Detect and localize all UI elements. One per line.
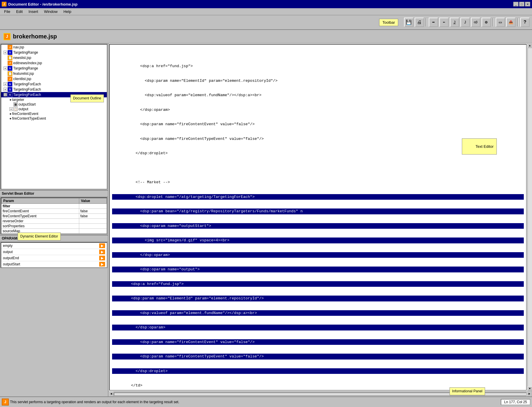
oparam-arrow-outputend[interactable]: ▶ (99, 256, 105, 260)
forward-button[interactable]: ➡ (429, 18, 438, 27)
help-button[interactable]: ? (520, 18, 530, 27)
oparam-arrow-output[interactable]: ▶ (99, 250, 105, 254)
param-name-filter: filter (1, 204, 79, 209)
code-line-15: <dsp:oparam name="output"> (112, 267, 524, 272)
tree-item-featurelist[interactable]: + 📄 featurelist.jsp (1, 71, 107, 76)
tree-label-targeting2: TargetingRange (13, 66, 38, 70)
menu-insert[interactable]: Insert (26, 9, 40, 14)
tree-item-newslist[interactable]: + 📄 newslist.jsp (1, 55, 107, 60)
tree-label-featurelist: featurelist.jsp (13, 72, 34, 76)
tree-item-nav[interactable]: + J nav.jsp (1, 45, 107, 50)
tree-label-foreach2: TargetingForEach (13, 87, 41, 91)
toolbar-area: Toolbar 💾 🖨 ➡ ⬅ J J αβ ⊕ ▭ 📤 ? (0, 15, 532, 30)
expand-plus-1[interactable]: + (4, 51, 7, 54)
oparam-outputend[interactable]: outputEnd ▶ (1, 255, 107, 261)
tree-item-targeting1[interactable]: + S TargetingRange (1, 50, 107, 55)
s-icon-4: S (8, 87, 12, 92)
title-text: Document Editor - /en/brokerhome.jsp (8, 2, 77, 6)
param-value-sourcemap[interactable] (79, 229, 107, 234)
menu-file[interactable]: File (2, 9, 13, 14)
expand-plus-4[interactable]: + (4, 88, 7, 91)
plus-button[interactable]: ⊕ (482, 18, 491, 27)
tree-item-firecontenttype[interactable]: ● fireContentTypeEvent (1, 116, 107, 121)
export-button[interactable]: 📤 (506, 18, 516, 27)
param-row-firecontent[interactable]: fireContentEvent false (1, 209, 107, 214)
expand-plus-5[interactable]: + (9, 107, 13, 111)
menu-help[interactable]: Help (61, 9, 74, 14)
param-value-firecontent[interactable]: false (79, 209, 107, 214)
status-bar: J This servlet performs a targeting oper… (0, 396, 532, 407)
editor-vscrollbar[interactable]: ▲ ▼ (527, 43, 532, 391)
param-value-sortprops[interactable] (79, 224, 107, 229)
hscroll-right-button[interactable]: ► (527, 391, 532, 397)
oparam-output[interactable]: output ▶ (1, 249, 107, 255)
j-button-1[interactable]: J (450, 18, 459, 27)
code-line-9: <!-- Market --> (112, 179, 524, 185)
servlet-bean-editor: Servlet Bean Editor Param Value filter (0, 190, 108, 235)
code-line-5: <dsp:param name="fireContentEvent" value… (112, 121, 524, 127)
grid-icon-outputstart: ▦ (13, 102, 18, 106)
menu-window[interactable]: Window (42, 9, 60, 14)
save-button[interactable]: 💾 (404, 18, 413, 27)
oparam-label-outputend: outputEnd (3, 256, 19, 260)
editor-with-vscroll: <dsp:a href="fund.jsp"> <dsp:param name=… (109, 43, 532, 391)
tree-item-outputstart[interactable]: + ▦ outputStart (1, 102, 107, 107)
tree-item-foreach2[interactable]: + S TargetingForEach (1, 87, 107, 92)
j-button-2[interactable]: J (460, 18, 470, 27)
close-button[interactable]: ✕ (525, 2, 530, 6)
oparam-arrow-outputstart[interactable]: ▶ (99, 262, 105, 267)
status-position: Ln 177, Col 25 (501, 399, 530, 405)
document-outline-tooltip: Document Outline (70, 94, 104, 102)
param-row-reverseorder[interactable]: reverseOrder (1, 219, 107, 224)
bullet-icon-firecontenttype: ● (9, 116, 11, 121)
tree-item-output[interactable]: + 📋 output (1, 107, 107, 111)
vscroll-up-button[interactable]: ▲ (528, 43, 532, 48)
tree-item-editnews[interactable]: + J editnews/index.jsp (1, 60, 107, 66)
param-row-firecontenttype[interactable]: fireContentTypeEvent false (1, 214, 107, 219)
tree-label-editnews: editnews/index.jsp (13, 61, 42, 65)
param-row-sortprops[interactable]: sortProperties (1, 224, 107, 229)
panel-button[interactable]: ▭ (496, 18, 505, 27)
print-button[interactable]: 🖨 (415, 18, 424, 27)
param-table: Param Value filter fireContentEvent fals… (1, 198, 107, 234)
code-line-18: <dsp:valueof param="element.fundName"/><… (112, 310, 524, 316)
code-line-4: </dsp:oparam> (112, 107, 524, 113)
code-line-14: </dsp:oparam> (112, 252, 524, 258)
code-line-12: <dsp:oparam name="outputStart"> (112, 223, 524, 229)
status-icon: J (2, 398, 9, 406)
menu-edit[interactable]: Edit (14, 9, 25, 14)
hscroll-left-button[interactable]: ◄ (109, 391, 114, 397)
tree-item-targeting2[interactable]: + S TargetingRange (1, 66, 107, 71)
tree-label-output: output (18, 107, 28, 111)
param-value-filter[interactable] (79, 204, 107, 209)
alpha-button[interactable]: αβ (471, 18, 480, 27)
text-editor-tooltip: Text Editor (462, 138, 497, 155)
oparam-empty[interactable]: empty ▶ (1, 243, 107, 249)
title-bar-left: J Document Editor - /en/brokerhome.jsp (2, 2, 77, 6)
tree-item-clientlist[interactable]: + J clientlist.jsp (1, 76, 107, 82)
param-value-firecontenttype[interactable]: false (79, 214, 107, 219)
vscroll-down-button[interactable]: ▼ (528, 386, 532, 391)
oparam-arrow-empty[interactable]: ▶ (99, 243, 105, 248)
expand-plus-3[interactable]: + (4, 82, 7, 86)
tree-label-nav: nav.jsp (13, 45, 24, 49)
param-value-reverseorder[interactable] (79, 219, 107, 224)
code-line-10: <dsp:droplet name="/atg/targeting/Target… (112, 194, 524, 200)
maximize-button[interactable]: □ (519, 2, 524, 6)
param-table-wrapper: Param Value filter fireContentEvent fals… (1, 197, 107, 234)
expand-minus[interactable]: - (4, 93, 7, 96)
tree-item-foreach1[interactable]: + S TargetingForEach (1, 82, 107, 87)
minimize-button[interactable]: _ (513, 2, 519, 6)
code-editor[interactable]: <dsp:a href="fund.jsp"> <dsp:param name=… (109, 44, 527, 391)
code-line-8 (112, 165, 524, 171)
j-icon-editnews: J (8, 61, 12, 65)
param-row-filter[interactable]: filter (1, 204, 107, 209)
expand-plus-2[interactable]: + (4, 67, 7, 70)
code-line-16: <dsp:a href="fund.jsp"> (112, 281, 524, 287)
oparam-outputstart[interactable]: outputStart ▶ (1, 261, 107, 267)
main-content: + J nav.jsp + S TargetingRange + 📄 newsl… (0, 43, 532, 396)
tree-item-firecontent[interactable]: ● fireContentEvent (1, 111, 107, 116)
vscroll-track[interactable] (528, 48, 532, 386)
back-button[interactable]: ⬅ (439, 18, 449, 27)
code-line-20: <dsp:param name="fireContentEvent" value… (112, 339, 524, 345)
